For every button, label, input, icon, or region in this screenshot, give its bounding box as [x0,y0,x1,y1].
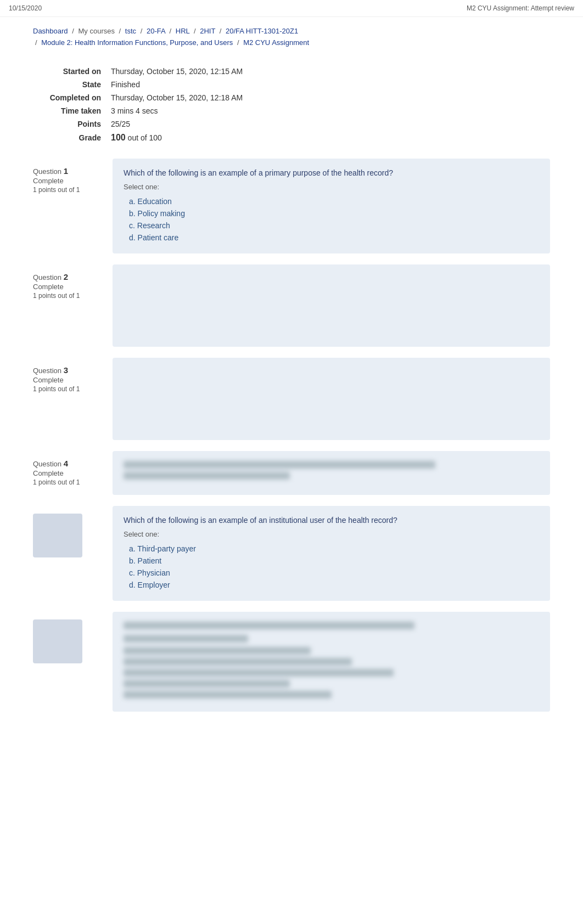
q-status-2: Complete [33,283,107,291]
breadcrumb-dashboard[interactable]: Dashboard [33,27,68,35]
blurred-q6-text [124,622,539,698]
breadcrumb-assignment[interactable]: M2 CYU Assignment [243,38,309,47]
grade-label: Grade [34,131,105,144]
q-points-4: 1 points out of 1 [33,478,107,486]
summary-table: Started on Thursday, October 15, 2020, 1… [33,64,550,145]
question-block-2: Question 2 Complete 1 points out of 1 [33,264,550,347]
state-value: Finished [106,78,549,91]
q-status-3: Complete [33,376,107,384]
question-block-5: Which of the following is an example of … [33,506,550,601]
q-number-4: 4 [64,459,68,468]
state-label: State [34,78,105,91]
completed-on-value: Thursday, October 15, 2020, 12:18 AM [106,92,549,104]
grade-value: 100 out of 100 [106,131,549,144]
question-block-3: Question 3 Complete 1 points out of 1 [33,358,550,440]
q-points-3: 1 points out of 1 [33,385,107,393]
answer-5b: b. Patient [129,555,539,567]
answer-1a: a. Education [129,195,539,207]
question-sidebar-3: Question 3 Complete 1 points out of 1 [33,358,113,440]
main-content: Started on Thursday, October 15, 2020, 1… [0,53,583,745]
breadcrumb-hrl[interactable]: HRL [176,27,190,35]
grade-number: 100 [111,133,126,142]
breadcrumb-20fa[interactable]: 20-FA [147,27,165,35]
answer-5a: a. Third-party payer [129,543,539,555]
question-body-6 [113,612,550,712]
answer-5d: d. Employer [129,579,539,591]
grade-suffix: out of 100 [128,133,162,142]
question-body-2 [113,264,550,347]
question-label-3: Question 3 [33,365,107,375]
q-status-1: Complete [33,177,107,185]
question-body-3 [113,358,550,440]
breadcrumb-mycourses: My courses [78,27,114,35]
question-label-1: Question 1 [33,166,107,176]
q-points-1: 1 points out of 1 [33,186,107,194]
q-label-text: Question [33,167,64,176]
time-taken-label: Time taken [34,105,105,117]
breadcrumb-module[interactable]: Module 2: Health Information Functions, … [41,38,233,47]
question-sidebar-6 [33,612,113,712]
q-number-3: 3 [64,365,68,375]
answer-5c: c. Physician [129,567,539,579]
top-bar-date: 10/15/2020 [9,4,42,12]
question-block-4: Question 4 Complete 1 points out of 1 [33,451,550,495]
question-block-6 [33,612,550,712]
sidebar-blurred-6 [33,619,82,663]
question-sidebar-5 [33,506,113,601]
answer-1c: c. Research [129,219,539,232]
q-number-2: 2 [64,272,68,281]
select-one-1: Select one: [124,183,539,191]
select-one-5: Select one: [124,530,539,538]
question-sidebar-1: Question 1 Complete 1 points out of 1 [33,159,113,253]
question-body-5: Which of the following is an example of … [113,506,550,601]
question-text-1: Which of the following is an example of … [124,168,539,177]
top-bar-title: M2 CYU Assignment: Attempt review [467,4,574,12]
breadcrumb-course[interactable]: 20/FA HITT-1301-20Z1 [226,27,298,35]
question-block-1: Question 1 Complete 1 points out of 1 Wh… [33,159,550,253]
q-number-1: 1 [64,166,68,176]
breadcrumb-tstc[interactable]: tstc [125,27,136,35]
sidebar-blurred-5 [33,514,82,557]
question-label-4: Question 4 [33,459,107,468]
q-status-4: Complete [33,469,107,477]
question-body-1: Which of the following is an example of … [113,159,550,253]
top-bar: 10/15/2020 M2 CYU Assignment: Attempt re… [0,0,583,17]
started-on-label: Started on [34,65,105,77]
blurred-q4-text [124,461,539,480]
question-sidebar-4: Question 4 Complete 1 points out of 1 [33,451,113,495]
time-taken-value: 3 mins 4 secs [106,105,549,117]
q-points-2: 1 points out of 1 [33,292,107,300]
points-value: 25/25 [106,118,549,130]
breadcrumb: Dashboard / My courses / tstc / 20-FA / … [0,17,583,53]
answer-list-5: a. Third-party payer b. Patient c. Physi… [124,543,539,591]
breadcrumb-2hit[interactable]: 2HIT [200,27,215,35]
points-label: Points [34,118,105,130]
question-label-2: Question 2 [33,272,107,281]
answer-1b: b. Policy making [129,207,539,219]
completed-on-label: Completed on [34,92,105,104]
question-sidebar-2: Question 2 Complete 1 points out of 1 [33,264,113,347]
question-text-5: Which of the following is an example of … [124,516,539,525]
started-on-value: Thursday, October 15, 2020, 12:15 AM [106,65,549,77]
answer-1d: d. Patient care [129,232,539,244]
answer-list-1: a. Education b. Policy making c. Researc… [124,195,539,244]
question-body-4 [113,451,550,495]
